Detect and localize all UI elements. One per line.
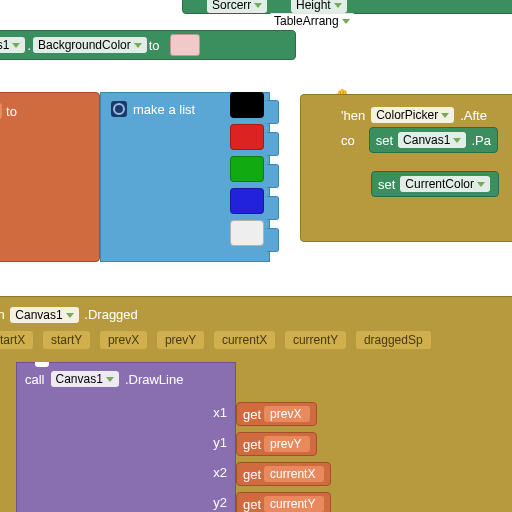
when-label-drag: hen: [0, 307, 5, 322]
color-white[interactable]: [230, 220, 264, 246]
arg-y1: y1: [213, 435, 227, 450]
color-socket[interactable]: [170, 34, 200, 56]
dragged-label: .Dragged: [84, 307, 137, 322]
dropdown-canvas1-d[interactable]: Canvas1: [51, 371, 119, 387]
dropdown-sorcerr[interactable]: Sorcerr: [207, 0, 267, 13]
top-green-block[interactable]: Sorcerr Height TableArrang: [182, 0, 512, 14]
arg-x2: x2: [213, 465, 227, 480]
dropdown-bgcolor[interactable]: BackgroundColor: [33, 37, 147, 53]
dropdown-canvas1-b[interactable]: Canvas1: [398, 132, 466, 148]
to-label-a: to: [149, 38, 160, 53]
param-currenty[interactable]: currentY: [285, 331, 346, 349]
color-red[interactable]: [230, 124, 264, 150]
dropdown-canvas1-a[interactable]: Canvas1: [0, 37, 25, 53]
call-label: call: [25, 372, 45, 387]
when-colorpicker-block[interactable]: 'hen ColorPicker .Afte co set Canvas1 .P…: [300, 94, 512, 242]
call-drawline-block[interactable]: call Canvas1 .DrawLine x1 y1 x2 y2: [16, 362, 236, 512]
get-currenty-block[interactable]: get currentY: [236, 492, 331, 512]
param-prevx[interactable]: prevX: [100, 331, 147, 349]
dropdown-get-currentx[interactable]: currentX: [264, 466, 324, 482]
dropdown-tablearrange[interactable]: TableArrang: [269, 13, 355, 29]
dropdown-get-currenty[interactable]: currentY: [264, 496, 324, 512]
block-notch: [35, 362, 49, 367]
set-currentcolor-block[interactable]: set CurrentColor: [371, 171, 499, 197]
dot-label: .: [27, 38, 31, 53]
set-colors-block[interactable]: colors to: [0, 92, 100, 262]
param-starty[interactable]: startY: [43, 331, 90, 349]
param-prevy[interactable]: prevY: [157, 331, 204, 349]
do-label-cp: co: [341, 133, 355, 148]
dropdown-height[interactable]: Height: [291, 0, 347, 13]
swatch-column: [230, 92, 270, 252]
param-currentx[interactable]: currentX: [214, 331, 275, 349]
param-startx[interactable]: startX: [0, 331, 33, 349]
arg-x1: x1: [213, 405, 227, 420]
to-label-b: to: [6, 104, 17, 119]
dropdown-get-prevx[interactable]: prevX: [264, 406, 310, 422]
dropdown-get-prevy[interactable]: prevY: [264, 436, 310, 452]
get-prevy-block[interactable]: get prevY: [236, 432, 317, 456]
dropdown-canvas1-c[interactable]: Canvas1: [10, 307, 78, 323]
color-blue[interactable]: [230, 188, 264, 214]
set-backgroundcolor-block[interactable]: Canvas1 . BackgroundColor to: [0, 30, 296, 60]
arg-y2: y2: [213, 495, 227, 510]
drawline-label: .DrawLine: [125, 372, 184, 387]
get-prevx-block[interactable]: get prevX: [236, 402, 317, 426]
after-label: .Afte: [460, 108, 487, 123]
color-black[interactable]: [230, 92, 264, 118]
gear-icon[interactable]: [111, 101, 127, 117]
make-list-label: make a list: [133, 102, 195, 117]
dropdown-colors-var[interactable]: colors: [0, 103, 2, 119]
get-currentx-block[interactable]: get currentX: [236, 462, 331, 486]
when-label-cp: 'hen: [341, 108, 365, 123]
dropdown-currentcolor[interactable]: CurrentColor: [400, 176, 490, 192]
param-draggedsp[interactable]: draggedSp: [356, 331, 431, 349]
color-green[interactable]: [230, 156, 264, 182]
set-canvas-paint-block[interactable]: set Canvas1 .Pa: [369, 127, 498, 153]
dropdown-colorpicker[interactable]: ColorPicker: [371, 107, 454, 123]
